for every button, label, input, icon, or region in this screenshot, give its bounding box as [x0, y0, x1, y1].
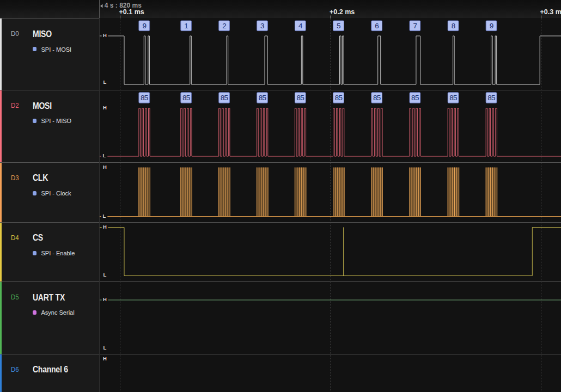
svg-text:85: 85 — [487, 94, 495, 102]
svg-text:L: L — [103, 152, 106, 158]
svg-text:H: H — [103, 105, 107, 111]
svg-text:2: 2 — [222, 22, 226, 30]
svg-text:85: 85 — [449, 94, 457, 102]
svg-text:H: H — [103, 296, 107, 302]
svg-text:85: 85 — [259, 94, 266, 102]
svg-text:6: 6 — [375, 22, 379, 30]
svg-text:85: 85 — [221, 94, 228, 102]
svg-text:H: H — [103, 356, 107, 362]
svg-text:H: H — [103, 224, 107, 230]
svg-text:85: 85 — [296, 94, 304, 102]
svg-text:9: 9 — [142, 22, 146, 30]
svg-text:85: 85 — [335, 94, 343, 102]
svg-text:H: H — [103, 32, 107, 38]
svg-text:85: 85 — [373, 94, 381, 102]
svg-text:5: 5 — [337, 22, 340, 30]
svg-text:85: 85 — [141, 94, 148, 102]
svg-text:L: L — [103, 345, 107, 351]
svg-text:L: L — [103, 213, 106, 219]
svg-text:85: 85 — [182, 94, 190, 102]
svg-text:L: L — [103, 79, 107, 85]
svg-text:3: 3 — [260, 22, 264, 30]
svg-text:1: 1 — [184, 22, 188, 30]
svg-text:L: L — [103, 272, 107, 278]
svg-text:4: 4 — [298, 22, 303, 30]
svg-text:H: H — [103, 164, 107, 170]
svg-text:7: 7 — [413, 22, 417, 30]
svg-text:8: 8 — [452, 22, 455, 30]
svg-text:9: 9 — [490, 22, 493, 30]
svg-text:85: 85 — [411, 94, 419, 102]
